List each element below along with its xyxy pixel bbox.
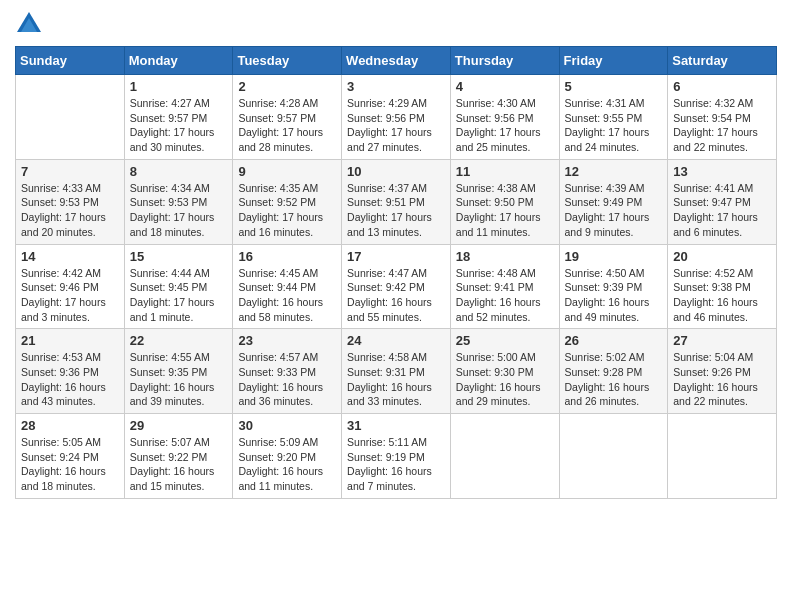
day-number: 17	[347, 249, 445, 264]
day-info: Sunrise: 4:32 AM Sunset: 9:54 PM Dayligh…	[673, 96, 771, 155]
calendar-cell: 8Sunrise: 4:34 AM Sunset: 9:53 PM Daylig…	[124, 159, 233, 244]
calendar-week-row: 7Sunrise: 4:33 AM Sunset: 9:53 PM Daylig…	[16, 159, 777, 244]
calendar-cell: 10Sunrise: 4:37 AM Sunset: 9:51 PM Dayli…	[342, 159, 451, 244]
day-number: 13	[673, 164, 771, 179]
day-info: Sunrise: 4:53 AM Sunset: 9:36 PM Dayligh…	[21, 350, 119, 409]
calendar-cell: 29Sunrise: 5:07 AM Sunset: 9:22 PM Dayli…	[124, 414, 233, 499]
day-number: 24	[347, 333, 445, 348]
calendar-cell: 23Sunrise: 4:57 AM Sunset: 9:33 PM Dayli…	[233, 329, 342, 414]
day-number: 5	[565, 79, 663, 94]
calendar-header-day: Thursday	[450, 47, 559, 75]
day-info: Sunrise: 5:02 AM Sunset: 9:28 PM Dayligh…	[565, 350, 663, 409]
day-info: Sunrise: 4:37 AM Sunset: 9:51 PM Dayligh…	[347, 181, 445, 240]
calendar-table: SundayMondayTuesdayWednesdayThursdayFrid…	[15, 46, 777, 499]
calendar-header-day: Saturday	[668, 47, 777, 75]
day-number: 1	[130, 79, 228, 94]
calendar-cell: 18Sunrise: 4:48 AM Sunset: 9:41 PM Dayli…	[450, 244, 559, 329]
day-number: 7	[21, 164, 119, 179]
day-number: 9	[238, 164, 336, 179]
day-number: 27	[673, 333, 771, 348]
calendar-cell: 14Sunrise: 4:42 AM Sunset: 9:46 PM Dayli…	[16, 244, 125, 329]
day-info: Sunrise: 4:52 AM Sunset: 9:38 PM Dayligh…	[673, 266, 771, 325]
calendar-cell: 19Sunrise: 4:50 AM Sunset: 9:39 PM Dayli…	[559, 244, 668, 329]
calendar-cell: 31Sunrise: 5:11 AM Sunset: 9:19 PM Dayli…	[342, 414, 451, 499]
day-number: 23	[238, 333, 336, 348]
day-info: Sunrise: 5:09 AM Sunset: 9:20 PM Dayligh…	[238, 435, 336, 494]
day-info: Sunrise: 4:38 AM Sunset: 9:50 PM Dayligh…	[456, 181, 554, 240]
day-number: 19	[565, 249, 663, 264]
day-info: Sunrise: 4:48 AM Sunset: 9:41 PM Dayligh…	[456, 266, 554, 325]
calendar-cell: 22Sunrise: 4:55 AM Sunset: 9:35 PM Dayli…	[124, 329, 233, 414]
calendar-cell: 30Sunrise: 5:09 AM Sunset: 9:20 PM Dayli…	[233, 414, 342, 499]
day-number: 21	[21, 333, 119, 348]
calendar-week-row: 1Sunrise: 4:27 AM Sunset: 9:57 PM Daylig…	[16, 75, 777, 160]
day-info: Sunrise: 4:35 AM Sunset: 9:52 PM Dayligh…	[238, 181, 336, 240]
calendar-header-day: Tuesday	[233, 47, 342, 75]
calendar-cell: 11Sunrise: 4:38 AM Sunset: 9:50 PM Dayli…	[450, 159, 559, 244]
calendar-week-row: 21Sunrise: 4:53 AM Sunset: 9:36 PM Dayli…	[16, 329, 777, 414]
day-info: Sunrise: 4:57 AM Sunset: 9:33 PM Dayligh…	[238, 350, 336, 409]
calendar-cell: 3Sunrise: 4:29 AM Sunset: 9:56 PM Daylig…	[342, 75, 451, 160]
calendar-cell: 7Sunrise: 4:33 AM Sunset: 9:53 PM Daylig…	[16, 159, 125, 244]
page-header	[15, 10, 777, 38]
day-number: 20	[673, 249, 771, 264]
calendar-cell: 21Sunrise: 4:53 AM Sunset: 9:36 PM Dayli…	[16, 329, 125, 414]
day-number: 2	[238, 79, 336, 94]
calendar-cell: 26Sunrise: 5:02 AM Sunset: 9:28 PM Dayli…	[559, 329, 668, 414]
calendar-cell	[450, 414, 559, 499]
calendar-cell	[559, 414, 668, 499]
calendar-cell: 20Sunrise: 4:52 AM Sunset: 9:38 PM Dayli…	[668, 244, 777, 329]
logo	[15, 10, 47, 38]
day-info: Sunrise: 5:11 AM Sunset: 9:19 PM Dayligh…	[347, 435, 445, 494]
calendar-cell: 17Sunrise: 4:47 AM Sunset: 9:42 PM Dayli…	[342, 244, 451, 329]
day-number: 4	[456, 79, 554, 94]
day-info: Sunrise: 4:44 AM Sunset: 9:45 PM Dayligh…	[130, 266, 228, 325]
day-info: Sunrise: 4:34 AM Sunset: 9:53 PM Dayligh…	[130, 181, 228, 240]
calendar-header-day: Monday	[124, 47, 233, 75]
calendar-cell: 25Sunrise: 5:00 AM Sunset: 9:30 PM Dayli…	[450, 329, 559, 414]
calendar-header-day: Friday	[559, 47, 668, 75]
day-info: Sunrise: 4:33 AM Sunset: 9:53 PM Dayligh…	[21, 181, 119, 240]
calendar-cell: 28Sunrise: 5:05 AM Sunset: 9:24 PM Dayli…	[16, 414, 125, 499]
calendar-header-row: SundayMondayTuesdayWednesdayThursdayFrid…	[16, 47, 777, 75]
day-number: 30	[238, 418, 336, 433]
day-info: Sunrise: 4:31 AM Sunset: 9:55 PM Dayligh…	[565, 96, 663, 155]
day-number: 26	[565, 333, 663, 348]
logo-icon	[15, 10, 43, 38]
day-info: Sunrise: 5:04 AM Sunset: 9:26 PM Dayligh…	[673, 350, 771, 409]
calendar-cell: 2Sunrise: 4:28 AM Sunset: 9:57 PM Daylig…	[233, 75, 342, 160]
calendar-header-day: Sunday	[16, 47, 125, 75]
day-info: Sunrise: 4:50 AM Sunset: 9:39 PM Dayligh…	[565, 266, 663, 325]
day-number: 22	[130, 333, 228, 348]
day-info: Sunrise: 4:55 AM Sunset: 9:35 PM Dayligh…	[130, 350, 228, 409]
calendar-week-row: 14Sunrise: 4:42 AM Sunset: 9:46 PM Dayli…	[16, 244, 777, 329]
day-info: Sunrise: 4:58 AM Sunset: 9:31 PM Dayligh…	[347, 350, 445, 409]
calendar-cell: 27Sunrise: 5:04 AM Sunset: 9:26 PM Dayli…	[668, 329, 777, 414]
day-number: 18	[456, 249, 554, 264]
day-number: 14	[21, 249, 119, 264]
calendar-cell: 4Sunrise: 4:30 AM Sunset: 9:56 PM Daylig…	[450, 75, 559, 160]
calendar-cell: 12Sunrise: 4:39 AM Sunset: 9:49 PM Dayli…	[559, 159, 668, 244]
day-number: 16	[238, 249, 336, 264]
day-info: Sunrise: 5:05 AM Sunset: 9:24 PM Dayligh…	[21, 435, 119, 494]
calendar-cell	[16, 75, 125, 160]
day-number: 3	[347, 79, 445, 94]
day-info: Sunrise: 4:45 AM Sunset: 9:44 PM Dayligh…	[238, 266, 336, 325]
day-number: 28	[21, 418, 119, 433]
day-info: Sunrise: 4:42 AM Sunset: 9:46 PM Dayligh…	[21, 266, 119, 325]
day-info: Sunrise: 4:41 AM Sunset: 9:47 PM Dayligh…	[673, 181, 771, 240]
calendar-cell: 13Sunrise: 4:41 AM Sunset: 9:47 PM Dayli…	[668, 159, 777, 244]
day-number: 8	[130, 164, 228, 179]
calendar-week-row: 28Sunrise: 5:05 AM Sunset: 9:24 PM Dayli…	[16, 414, 777, 499]
calendar-header-day: Wednesday	[342, 47, 451, 75]
day-number: 31	[347, 418, 445, 433]
day-number: 25	[456, 333, 554, 348]
day-number: 11	[456, 164, 554, 179]
calendar-cell	[668, 414, 777, 499]
calendar-cell: 16Sunrise: 4:45 AM Sunset: 9:44 PM Dayli…	[233, 244, 342, 329]
day-info: Sunrise: 4:30 AM Sunset: 9:56 PM Dayligh…	[456, 96, 554, 155]
day-number: 10	[347, 164, 445, 179]
day-info: Sunrise: 4:28 AM Sunset: 9:57 PM Dayligh…	[238, 96, 336, 155]
calendar-cell: 6Sunrise: 4:32 AM Sunset: 9:54 PM Daylig…	[668, 75, 777, 160]
day-info: Sunrise: 4:27 AM Sunset: 9:57 PM Dayligh…	[130, 96, 228, 155]
